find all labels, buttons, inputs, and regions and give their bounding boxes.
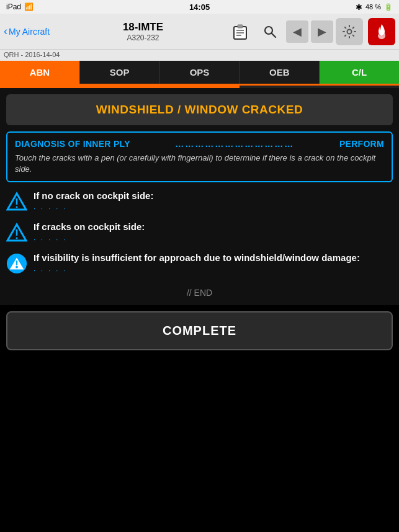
condition-visibility-dots: · · · · ·	[34, 267, 393, 274]
condition-crack-icon	[6, 222, 27, 243]
condition-visibility-label: If visibility is insufficient for approa…	[34, 252, 393, 264]
search-button[interactable]	[256, 18, 284, 45]
procedure-title: WINDSHIELD / WINDOW CRACKED	[96, 103, 303, 116]
clipboard-button[interactable]	[226, 18, 254, 45]
condition-visibility-icon	[6, 253, 27, 274]
condition-no-crack-dots: · · · · ·	[34, 205, 393, 212]
back-label: My Aircraft	[9, 27, 50, 37]
fire-icon	[374, 23, 390, 40]
condition-visibility[interactable]: If visibility is insufficient for approa…	[6, 252, 393, 274]
back-button[interactable]: ‹ My Aircraft	[4, 25, 60, 38]
aircraft-type: A320-232	[127, 33, 159, 42]
battery-percent: 48 %	[365, 3, 381, 11]
svg-point-16	[16, 266, 18, 268]
tab-sop[interactable]: SOP	[80, 61, 160, 84]
svg-point-10	[16, 206, 18, 208]
qrh-label: QRH - 2016-14-04	[0, 50, 399, 61]
status-bar: iPad 📶 14:05 ✱ 48 % 🔋	[0, 0, 399, 14]
svg-point-13	[16, 237, 18, 239]
condition-crack-label: If cracks on cockpit side:	[34, 221, 393, 233]
triangle-filled-icon	[6, 252, 27, 275]
svg-rect-1	[238, 25, 243, 28]
time-display: 14:05	[189, 2, 210, 12]
aircraft-id: 18-IMTE	[123, 21, 163, 33]
diagnosis-label-left: DIAGNOSIS OF INNER PLY	[15, 139, 130, 149]
svg-line-6	[272, 33, 276, 37]
diagnosis-label-right: PERFORM	[339, 139, 384, 149]
nav-right-icon: ▶	[318, 25, 326, 38]
tab-oeb-label: OEB	[269, 67, 290, 78]
emergency-button[interactable]	[368, 18, 395, 45]
tab-ops[interactable]: OPS	[160, 61, 240, 84]
gear-button[interactable]	[336, 18, 363, 45]
diagnosis-subtitle: Touch the cracks with a pen (or carefull…	[15, 153, 384, 175]
main-content: WINDSHIELD / WINDOW CRACKED DIAGNOSIS OF…	[0, 88, 399, 305]
condition-no-crack[interactable]: If no crack on cockpit side: · · · · ·	[6, 190, 393, 212]
search-icon	[262, 24, 277, 39]
svg-point-7	[347, 29, 352, 33]
condition-no-crack-content: If no crack on cockpit side: · · · · ·	[34, 190, 393, 212]
header: ‹ My Aircraft 18-IMTE A320-232 ◀ ▶	[0, 14, 399, 50]
gear-icon	[342, 24, 357, 39]
bluetooth-icon: ✱	[356, 2, 362, 12]
nav-left-icon: ◀	[293, 25, 302, 38]
tab-cl[interactable]: C/L	[320, 61, 399, 84]
condition-no-crack-label: If no crack on cockpit side:	[34, 190, 393, 202]
nav-right-button[interactable]: ▶	[311, 20, 333, 43]
condition-crack[interactable]: If cracks on cockpit side: · · · · ·	[6, 221, 393, 243]
clipboard-icon	[232, 24, 248, 40]
tab-sop-label: SOP	[110, 67, 130, 78]
complete-button[interactable]: COMPLETE	[6, 311, 393, 350]
diagnosis-header: DIAGNOSIS OF INNER PLY ……………………………… PERF…	[15, 139, 384, 149]
diagnosis-dots: ………………………………	[130, 139, 339, 149]
tab-abn[interactable]: ABN	[0, 61, 80, 84]
bottom-area: COMPLETE	[0, 305, 399, 357]
condition-visibility-content: If visibility is insufficient for approa…	[34, 252, 393, 274]
battery-icon: 🔋	[384, 3, 393, 11]
tab-cl-label: C/L	[352, 67, 367, 78]
qrh-text: QRH - 2016-14-04	[4, 51, 60, 58]
condition-no-crack-icon	[6, 191, 27, 212]
tab-abn-label: ABN	[30, 67, 50, 78]
tab-bar: ABN SOP OPS OEB C/L	[0, 61, 399, 86]
end-label: // END	[6, 283, 393, 305]
procedure-title-box: WINDSHIELD / WINDOW CRACKED	[6, 94, 393, 125]
diagnosis-section[interactable]: DIAGNOSIS OF INNER PLY ……………………………… PERF…	[6, 131, 393, 182]
condition-crack-content: If cracks on cockpit side: · · · · ·	[34, 221, 393, 243]
complete-button-label: COMPLETE	[163, 324, 236, 337]
triangle-outline-icon-2	[6, 222, 27, 243]
tab-ops-label: OPS	[190, 67, 210, 78]
nav-left-button[interactable]: ◀	[286, 20, 308, 43]
triangle-outline-icon	[6, 191, 27, 212]
aircraft-info: 18-IMTE A320-232	[62, 21, 224, 42]
tab-oeb[interactable]: OEB	[240, 61, 320, 84]
condition-crack-dots: · · · · ·	[34, 236, 393, 243]
back-chevron-icon: ‹	[4, 25, 7, 38]
device-label: iPad	[6, 2, 21, 11]
wifi-icon: 📶	[24, 2, 34, 11]
